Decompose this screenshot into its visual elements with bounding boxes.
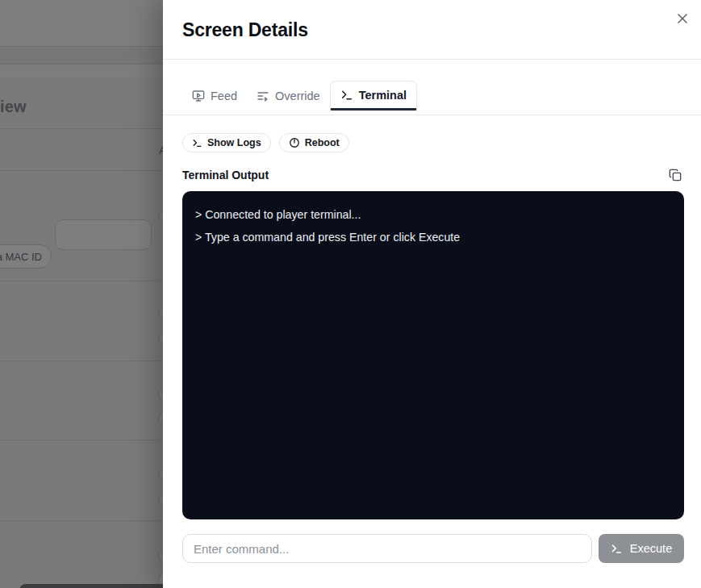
copy-icon bbox=[669, 169, 682, 181]
terminal-output-header: Terminal Output bbox=[182, 166, 684, 184]
terminal-icon bbox=[340, 89, 353, 102]
copy-output-button[interactable] bbox=[666, 166, 684, 184]
reboot-label: Reboot bbox=[305, 137, 340, 148]
modal-title: Screen Details bbox=[182, 19, 682, 41]
list-arrow-icon bbox=[257, 90, 269, 102]
terminal-line: > Connected to player terminal... bbox=[195, 203, 671, 226]
tab-feed[interactable]: Feed bbox=[182, 81, 247, 111]
reboot-button[interactable]: Reboot bbox=[279, 133, 349, 152]
close-icon bbox=[677, 13, 688, 24]
tab-terminal-label: Terminal bbox=[359, 89, 407, 102]
terminal-icon bbox=[611, 543, 623, 555]
command-row: Execute bbox=[182, 534, 684, 563]
tab-feed-label: Feed bbox=[211, 90, 237, 102]
show-logs-button[interactable]: Show Logs bbox=[182, 133, 271, 152]
terminal-panel: Show Logs Reboot Terminal Output bbox=[163, 115, 701, 588]
terminal-icon bbox=[192, 138, 202, 148]
tab-bar: Feed Override Terminal bbox=[163, 81, 701, 115]
tab-override-label: Override bbox=[275, 90, 320, 102]
app-screen: iew Actions a MAC ID Screen Details bbox=[0, 0, 701, 588]
command-input[interactable] bbox=[182, 534, 592, 563]
close-button[interactable] bbox=[672, 8, 693, 29]
tab-override[interactable]: Override bbox=[247, 81, 330, 111]
screen-details-modal: Screen Details Feed Override bbox=[163, 0, 701, 588]
execute-button[interactable]: Execute bbox=[599, 534, 684, 563]
power-icon bbox=[289, 137, 300, 148]
tab-terminal[interactable]: Terminal bbox=[330, 81, 417, 111]
monitor-play-icon bbox=[192, 90, 205, 102]
terminal-output-title: Terminal Output bbox=[182, 169, 269, 181]
terminal-line: > Type a command and press Enter or clic… bbox=[195, 226, 671, 248]
terminal-actions: Show Logs Reboot bbox=[182, 133, 684, 152]
execute-label: Execute bbox=[630, 542, 672, 555]
terminal-output[interactable]: > Connected to player terminal... > Type… bbox=[182, 191, 684, 519]
modal-header: Screen Details bbox=[163, 0, 701, 60]
show-logs-label: Show Logs bbox=[207, 137, 261, 148]
